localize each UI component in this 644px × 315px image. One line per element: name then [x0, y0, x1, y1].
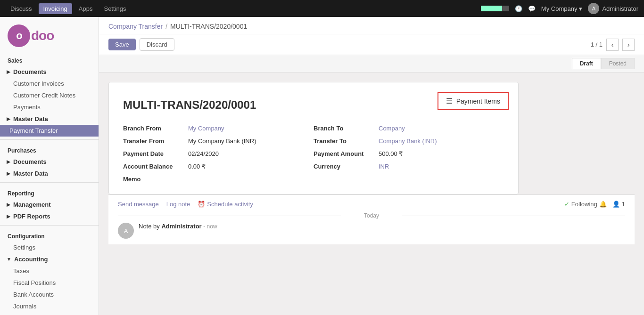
payment-amount-label: Payment Amount [314, 150, 375, 157]
sidebar-item-journals[interactable]: Journals [0, 300, 99, 312]
odoo-logo: o doo [8, 24, 91, 47]
save-button[interactable]: Save [108, 39, 136, 50]
logo-text: doo [31, 28, 54, 43]
currency-label: Currency [314, 163, 375, 170]
sidebar-item-settings[interactable]: Settings [0, 242, 99, 253]
toolbar-right: 1 / 1 ‹ › [591, 39, 635, 51]
nav-item-apps[interactable]: Apps [74, 3, 98, 14]
chatter: Send message Log note ⏰ Schedule activit… [108, 194, 635, 244]
sidebar-divider-2 [0, 182, 99, 183]
transfer-to-label: Transfer To [314, 137, 375, 145]
sidebar-item-payment-transfer[interactable]: Payment Transfer [0, 125, 99, 137]
notification-icon[interactable]: 🕐 [515, 5, 522, 12]
sidebar-item-master-data-purchases[interactable]: ▶ Master Data [0, 168, 99, 179]
send-message-button[interactable]: Send message [118, 201, 159, 208]
status-bar: Draft Posted [99, 55, 644, 73]
reporting-section: Reporting [0, 186, 99, 199]
payment-date-label: Payment Date [123, 150, 184, 157]
document-card: ☰ Payment Items MULTI-TRANS/2020/0001 Br… [108, 82, 519, 194]
schedule-activity-button[interactable]: Schedule activity [207, 201, 253, 208]
admin-menu[interactable]: A Administrator [588, 3, 638, 14]
chevron-down-icon: ▾ [579, 5, 582, 12]
sidebar-item-accounting[interactable]: ▼ Accounting [0, 253, 99, 265]
document-area: ☰ Payment Items MULTI-TRANS/2020/0001 Br… [99, 73, 644, 315]
payment-date-row: Payment Date 02/24/2020 [123, 150, 314, 157]
account-balance-row: Account Balance 0.00 ₹ [123, 163, 314, 170]
transfer-from-value: My Company Bank (INR) [188, 137, 256, 145]
prev-button[interactable]: ‹ [606, 39, 619, 51]
avatar: A [588, 3, 599, 14]
logo-icon: o [8, 24, 30, 47]
sidebar-item-customer-invoices[interactable]: Customer Invoices [0, 78, 99, 89]
branch-to-label: Branch To [314, 125, 375, 132]
status-posted[interactable]: Posted [601, 58, 635, 69]
right-fields: Branch To Company Transfer To Company Ba… [314, 125, 504, 183]
note-time: - now [203, 223, 217, 230]
transfer-to-value[interactable]: Company Bank (INR) [379, 137, 437, 145]
arrow-icon-6: ▼ [7, 257, 11, 262]
memo-row: Memo [123, 176, 314, 183]
arrow-icon-3: ▶ [7, 171, 10, 176]
top-nav: Discuss Invoicing Apps Settings 🕐 💬 My C… [0, 0, 644, 17]
pagination-label: 1 / 1 [591, 41, 603, 48]
next-button[interactable]: › [622, 39, 635, 51]
sidebar-divider-3 [0, 225, 99, 226]
chatter-right: ✓ Following 🔔 👤 1 [564, 201, 625, 208]
following-button[interactable]: ✓ Following 🔔 [564, 201, 607, 208]
arrow-icon-5: ▶ [7, 214, 10, 219]
sidebar-item-bank-accounts[interactable]: Bank Accounts [0, 289, 99, 300]
discard-button[interactable]: Discard [140, 38, 174, 51]
sidebar-divider-1 [0, 139, 99, 140]
message-body: Note by Administrator - now [139, 223, 217, 230]
company-selector[interactable]: My Company ▾ [541, 5, 583, 12]
followers-count[interactable]: 👤 1 [612, 201, 625, 208]
sidebar-item-documents-sales[interactable]: ▶ Documents [0, 66, 99, 78]
payment-items-button[interactable]: ☰ Payment Items [438, 92, 509, 110]
note-author: Administrator [161, 223, 201, 230]
branch-from-label: Branch From [123, 125, 184, 132]
payment-date-value: 02/24/2020 [188, 150, 219, 157]
breadcrumb-current: MULTI-TRANS/2020/0001 [170, 23, 247, 30]
currency-row: Currency INR [314, 163, 504, 170]
currency-value[interactable]: INR [379, 163, 389, 170]
sidebar-item-taxes[interactable]: Taxes [0, 265, 99, 277]
nav-item-invoicing[interactable]: Invoicing [39, 3, 72, 14]
chatter-message: A Note by Administrator - now [118, 223, 625, 239]
payment-amount-value: 500.00 ₹ [379, 150, 403, 157]
progress-fill [481, 6, 502, 11]
sidebar-item-master-data-sales[interactable]: ▶ Master Data [0, 113, 99, 125]
note-prefix: Note by [139, 223, 161, 230]
logo-area: o doo [0, 17, 99, 53]
status-draft[interactable]: Draft [572, 58, 601, 69]
log-note-button[interactable]: Log note [166, 201, 190, 208]
sidebar-item-management[interactable]: ▶ Management [0, 199, 99, 210]
breadcrumb: Company Transfer / MULTI-TRANS/2020/0001 [99, 17, 644, 34]
sidebar-item-customer-credit-notes[interactable]: Customer Credit Notes [0, 89, 99, 101]
chat-icon[interactable]: 💬 [528, 5, 536, 12]
arrow-icon-2: ▶ [7, 159, 10, 164]
schedule-activity-area: ⏰ Schedule activity [198, 201, 253, 208]
message-avatar: A [118, 223, 134, 239]
nav-item-discuss[interactable]: Discuss [6, 3, 37, 14]
bell-icon: 🔔 [599, 201, 607, 208]
sidebar-item-documents-purchases[interactable]: ▶ Documents [0, 156, 99, 168]
sidebar-item-fiscal-positions[interactable]: Fiscal Positions [0, 277, 99, 289]
left-fields: Branch From My Company Transfer From My … [123, 125, 314, 183]
sidebar-item-pdf-reports[interactable]: ▶ PDF Reports [0, 210, 99, 222]
sidebar-item-payments[interactable]: Payments [0, 101, 99, 113]
branch-from-value[interactable]: My Company [188, 125, 224, 132]
breadcrumb-parent[interactable]: Company Transfer [108, 23, 163, 30]
branch-to-value[interactable]: Company [379, 125, 405, 132]
purchases-section: Purchases [0, 143, 99, 156]
breadcrumb-separator: / [165, 23, 167, 30]
clock-icon: ⏰ [198, 201, 205, 208]
sales-section: Sales [0, 53, 99, 66]
nav-item-settings[interactable]: Settings [99, 3, 131, 14]
document-fields: Branch From My Company Transfer From My … [123, 125, 504, 183]
transfer-from-row: Transfer From My Company Bank (INR) [123, 137, 314, 145]
arrow-icon: ▶ [7, 116, 10, 121]
toolbar: Save Discard 1 / 1 ‹ › [99, 34, 644, 55]
chatter-actions: Send message Log note ⏰ Schedule activit… [118, 201, 625, 208]
configuration-section: Configuration [0, 228, 99, 242]
check-icon: ✓ [564, 201, 570, 208]
